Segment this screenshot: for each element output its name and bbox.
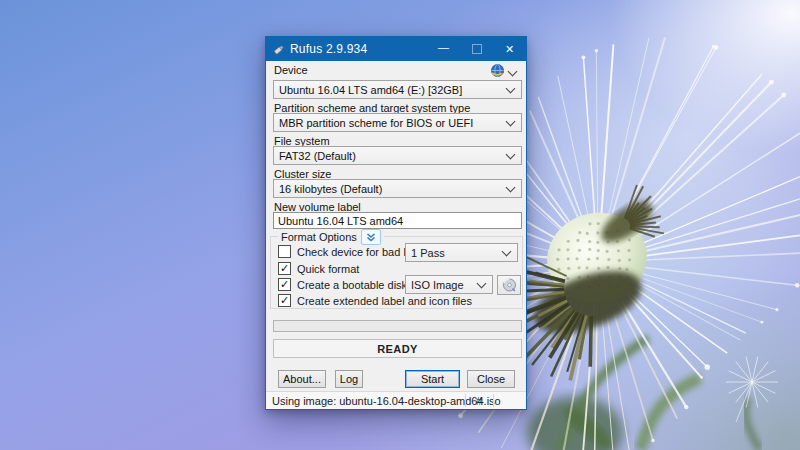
extended-label-checkbox[interactable]: ✓ xyxy=(278,294,291,307)
language-globe-icon xyxy=(490,63,505,78)
chevron-down-icon xyxy=(477,278,487,288)
rufus-window: Rufus 2.9.934 — ✕ Device Ubuntu 16.04 LT… xyxy=(265,36,527,410)
extended-label-row: ✓ Create extended label and icon files xyxy=(278,294,472,307)
statusbar-hash: # xyxy=(466,395,492,407)
minimize-button[interactable]: — xyxy=(427,37,460,61)
chevron-down-icon xyxy=(506,182,516,192)
advanced-options-toggle[interactable] xyxy=(361,229,381,245)
statusbar: Using image: ubuntu-16.04-desktop-amd64.… xyxy=(266,391,526,409)
close-window-button[interactable]: Close xyxy=(467,370,515,388)
volume-label-input[interactable] xyxy=(278,215,517,227)
partition-scheme-select[interactable]: MBR partition scheme for BIOS or UEFI xyxy=(273,113,522,132)
maximize-button[interactable] xyxy=(460,37,493,61)
bootable-checkbox[interactable]: ✓ xyxy=(278,278,291,291)
extended-label-label: Create extended label and icon files xyxy=(297,295,472,307)
quick-format-checkbox[interactable]: ✓ xyxy=(278,262,291,275)
format-options-group: Check device for bad blocks 1 Pass ✓ Qui… xyxy=(270,236,523,309)
format-options-title: Format Options xyxy=(281,231,357,243)
statusbar-divider xyxy=(493,394,494,407)
bad-blocks-checkbox[interactable] xyxy=(278,245,291,258)
window-title: Rufus 2.9.934 xyxy=(290,42,367,56)
titlebar[interactable]: Rufus 2.9.934 — ✕ xyxy=(266,37,526,61)
chevron-down-icon xyxy=(506,116,516,126)
rufus-app-icon xyxy=(272,43,285,56)
select-iso-button[interactable] xyxy=(497,275,521,295)
about-button[interactable]: About... xyxy=(278,370,326,388)
language-selector[interactable] xyxy=(490,63,518,78)
chevron-down-icon xyxy=(508,66,518,76)
chevron-down-icon xyxy=(506,149,516,159)
status-text: READY xyxy=(377,343,418,355)
quick-format-row: ✓ Quick format xyxy=(278,262,359,275)
desktop-wallpaper: Rufus 2.9.934 — ✕ Device Ubuntu 16.04 LT… xyxy=(0,0,800,450)
start-button[interactable]: Start xyxy=(405,370,460,388)
device-select[interactable]: Ubuntu 16.04 LTS amd64 (E:) [32GB] xyxy=(273,80,522,99)
cluster-size-select[interactable]: 16 kilobytes (Default) xyxy=(273,179,522,198)
dandelion-seed-head xyxy=(539,204,656,313)
maximize-icon xyxy=(472,44,482,54)
volume-label-field-wrap xyxy=(273,212,522,229)
bootable-type-select[interactable]: ISO Image xyxy=(405,275,493,294)
double-chevron-down-icon xyxy=(366,233,376,242)
device-label: Device xyxy=(274,64,308,76)
bad-blocks-passes-select[interactable]: 1 Pass xyxy=(405,243,518,262)
chevron-down-icon xyxy=(502,246,512,256)
status-box: READY xyxy=(273,339,522,358)
log-button[interactable]: Log xyxy=(335,370,363,388)
chevron-down-icon xyxy=(506,83,516,93)
floating-seed xyxy=(726,357,778,422)
progress-bar xyxy=(273,320,522,332)
quick-format-label: Quick format xyxy=(297,263,359,275)
close-button[interactable]: ✕ xyxy=(493,37,526,61)
file-system-select[interactable]: FAT32 (Default) xyxy=(273,146,522,165)
dandelion-stems xyxy=(527,338,760,450)
disc-icon xyxy=(502,278,517,292)
